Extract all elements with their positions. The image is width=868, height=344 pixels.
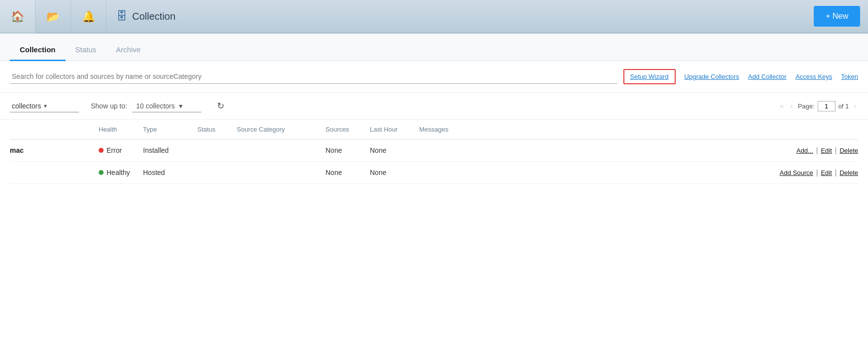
col-header-source-category: Source Category xyxy=(237,126,326,133)
row2-health: Healthy xyxy=(99,169,143,176)
page-title: Collection xyxy=(132,11,176,22)
page-input[interactable] xyxy=(818,101,835,111)
setup-wizard-link[interactable]: Setup Wizard xyxy=(623,69,676,84)
row2-edit-link[interactable]: Edit xyxy=(821,169,832,176)
col-header-name xyxy=(10,126,99,133)
new-button[interactable]: + New xyxy=(814,6,860,27)
row1-edit-link[interactable]: Edit xyxy=(821,147,832,154)
content-area: Collection Status Archive Setup Wizard U… xyxy=(0,34,868,344)
row2-last-hour: None xyxy=(370,169,419,176)
add-collector-link[interactable]: Add Collector xyxy=(748,73,787,80)
page-title-area: 🗄 Collection xyxy=(107,0,806,33)
row1-type: Installed xyxy=(143,146,197,154)
tab-collection[interactable]: Collection xyxy=(10,39,66,61)
filter-chevron-icon: ▾ xyxy=(44,103,47,109)
search-input[interactable] xyxy=(10,69,617,84)
col-header-sources: Sources xyxy=(326,126,370,133)
token-link[interactable]: Token xyxy=(841,73,858,80)
table-header: Health Type Status Source Category Sourc… xyxy=(10,120,858,139)
table-row: mac Error Installed None None Add... | E… xyxy=(10,139,858,162)
filter-select-value: collectors xyxy=(12,102,41,110)
col-header-status: Status xyxy=(197,126,237,133)
row2-delete-link[interactable]: Delete xyxy=(839,169,858,176)
row1-add-link[interactable]: Add... xyxy=(796,147,813,154)
next-page-button[interactable]: › xyxy=(852,101,858,111)
tabs-bar: Collection Status Archive xyxy=(0,34,868,61)
row2-type: Hosted xyxy=(143,169,197,176)
page-total: of 1 xyxy=(838,103,849,110)
row1-sources: None xyxy=(326,146,370,154)
show-up-to-chevron-icon: ▾ xyxy=(179,102,182,110)
access-keys-link[interactable]: Access Keys xyxy=(796,73,832,80)
healthy-dot-icon xyxy=(99,170,104,175)
collection-db-icon: 🗄 xyxy=(116,10,127,23)
row2-health-label: Healthy xyxy=(107,169,130,176)
refresh-button[interactable]: ↻ xyxy=(213,99,228,113)
toolbar-row: Setup Wizard Upgrade Collectors Add Coll… xyxy=(0,61,868,93)
row2-actions: Add Source | Edit | Delete xyxy=(419,169,858,176)
row1-health: Error xyxy=(99,146,143,154)
row1-health-label: Error xyxy=(107,146,122,154)
toolbar-links: Setup Wizard Upgrade Collectors Add Coll… xyxy=(623,69,859,84)
filter-row: collectors ▾ Show up to: 10 collectors ▾… xyxy=(0,93,868,120)
bell-icon[interactable]: 🔔 xyxy=(71,0,107,34)
col-header-last-hour: Last Hour xyxy=(370,126,419,133)
row1-delete-link[interactable]: Delete xyxy=(839,147,858,154)
show-up-to: Show up to: 10 collectors ▾ xyxy=(91,100,201,112)
page-label: Page: xyxy=(798,103,815,110)
tab-archive[interactable]: Archive xyxy=(106,39,150,61)
col-header-messages: Messages xyxy=(419,126,858,133)
top-bar: 🏠 📂 🔔 🗄 Collection + New xyxy=(0,0,868,34)
row2-add-source-link[interactable]: Add Source xyxy=(780,169,813,176)
row1-actions: Add... | Edit | Delete xyxy=(419,146,858,154)
home-icon[interactable]: 🏠 xyxy=(0,0,36,34)
collector-filter-select[interactable]: collectors ▾ xyxy=(10,100,79,112)
upgrade-collectors-link[interactable]: Upgrade Collectors xyxy=(685,73,739,80)
show-up-to-label: Show up to: xyxy=(91,102,127,110)
show-up-to-value: 10 collectors xyxy=(136,102,175,110)
row1-last-hour: None xyxy=(370,146,419,154)
tab-status[interactable]: Status xyxy=(66,39,107,61)
pagination: « ‹ Page: of 1 › xyxy=(778,101,858,111)
folder-icon[interactable]: 📂 xyxy=(36,0,71,34)
first-page-button[interactable]: « xyxy=(778,101,786,111)
table-row: Healthy Hosted None None Add Source | Ed… xyxy=(10,162,858,184)
col-header-health: Health xyxy=(99,126,143,133)
row1-name: mac xyxy=(10,146,99,154)
table-area: Health Type Status Source Category Sourc… xyxy=(0,120,868,184)
row2-sources: None xyxy=(326,169,370,176)
prev-page-button[interactable]: ‹ xyxy=(789,101,795,111)
error-dot-icon xyxy=(99,148,104,153)
col-header-type: Type xyxy=(143,126,197,133)
show-up-to-select[interactable]: 10 collectors ▾ xyxy=(132,100,201,112)
